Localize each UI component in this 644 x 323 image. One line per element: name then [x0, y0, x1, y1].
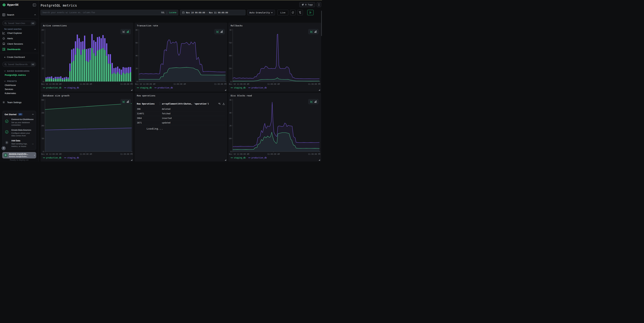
user-menu[interactable]: D dominic.tran@clic... dominic.tran@clic… — [2, 152, 36, 158]
play-icon — [309, 11, 312, 14]
line-chart-toggle-icon[interactable] — [216, 30, 219, 33]
bar-chart-toggle-icon[interactable] — [314, 30, 316, 33]
filter-button[interactable] — [297, 10, 303, 15]
svg-text:11:00:00 AM: 11:00:00 AM — [268, 153, 280, 155]
get-started-step-sources[interactable]: Create Data Sources Configure where your… — [4, 129, 34, 137]
download-icon[interactable] — [222, 102, 225, 105]
line-chart-toggle-icon[interactable] — [122, 100, 125, 103]
live-button[interactable]: Live — [277, 10, 288, 15]
hidden-card-text: Ready to deploy on — [10, 159, 28, 161]
sidebar-item-team-settings[interactable]: Team Settings — [2, 100, 36, 105]
line-chart-toggle-icon[interactable] — [310, 30, 313, 33]
sidebar-dashboard-postgresql-metrics[interactable]: PostgreSQL metrics — [2, 73, 36, 77]
legend-item[interactable]: production_db — [43, 156, 62, 159]
legend-item[interactable]: staging_db — [231, 86, 246, 89]
cell-count: 1871 — [137, 122, 162, 124]
date-range-picker[interactable]: Nov 10 00:00:00 - Nov 11 00:00:00 — [180, 10, 246, 15]
bar-chart-toggle-icon[interactable] — [220, 30, 223, 33]
legend-item[interactable]: staging_db — [231, 156, 246, 159]
line-chart-toggle-icon[interactable] — [310, 100, 313, 103]
tags-button[interactable]: 0 Tags — [299, 2, 315, 7]
svg-text:11:30:00 PM: 11:30:00 PM — [214, 83, 226, 85]
legend-item[interactable]: staging_db — [64, 156, 79, 159]
sidebar-item-label: Search — [7, 14, 32, 16]
saved-dashboards-group-header[interactable]: SAVED DASHBOARDS — [2, 69, 36, 73]
event-search-input[interactable] — [42, 11, 160, 14]
sidebar-item-client-sessions[interactable]: Client Sessions — [2, 41, 36, 46]
sidebar-preset-services[interactable]: Services — [2, 87, 36, 91]
mode-sql[interactable]: SQL — [161, 11, 165, 14]
legend-item[interactable]: production_db — [248, 86, 267, 89]
database-size-growth-plot[interactable]: 20B15B10B5B0Nov 10 12:00:00 AM11:00:00 A… — [41, 98, 133, 156]
sidebar-item-alerts[interactable]: Alerts — [2, 36, 36, 41]
presets-group-header[interactable]: PRESETS — [2, 79, 36, 83]
sidebar-item-search[interactable]: Search — [2, 13, 36, 18]
table-row[interactable]: 3064inserted — [137, 116, 225, 120]
panel-resize-handle[interactable] — [131, 160, 132, 161]
transaction-rate-plot[interactable]: 8K6K4K2K0Nov 10 12:00:00 AM11:00:00 AM11… — [135, 28, 226, 86]
svg-text:750: 750 — [229, 42, 232, 44]
event-search-box: SQL | Lucene — [40, 10, 178, 15]
svg-text:500: 500 — [229, 54, 232, 57]
get-started-step-connect[interactable]: Connect to ClickHouse Set up your databa… — [4, 118, 34, 126]
sidebar-preset-clickhouse[interactable]: ClickHouse — [2, 83, 36, 87]
get-started-progress-badge: 2/3 — [18, 113, 23, 116]
get-started-step-add-data[interactable]: 3 Add Data Start sending logs, metrics, … — [4, 140, 34, 148]
dashboard-menu-button[interactable] — [317, 2, 321, 7]
panel-resize-handle[interactable] — [225, 90, 226, 91]
legend-item[interactable]: staging_db — [137, 86, 152, 89]
search-page-icon — [2, 13, 5, 16]
rollbacks-plot[interactable]: 1K7505002500Nov 10 12:00:00 AM11:00:00 A… — [229, 28, 320, 86]
legend-item[interactable]: production_db — [154, 86, 173, 89]
table-row[interactable]: 308deleted — [137, 107, 225, 112]
bar-chart-toggle-icon[interactable] — [127, 30, 129, 33]
scrollbar-thumb[interactable] — [321, 11, 322, 36]
panel-resize-handle[interactable] — [131, 90, 132, 91]
table-header-row: Row OperationsarrayElement(Attributes, '… — [137, 102, 225, 105]
column-resize-handle[interactable] — [160, 102, 160, 105]
bar-chart-toggle-icon[interactable] — [314, 100, 316, 103]
legend-item[interactable]: staging_db — [64, 86, 79, 89]
sidebar-item-dashboards[interactable]: Dashboards — [2, 46, 36, 52]
disc-blocks-read-plot[interactable]: 2.4K1.8K1.2K6000Nov 10 12:00:00 AM11:00:… — [229, 98, 320, 156]
granularity-select[interactable]: Auto Granularity — [247, 10, 275, 15]
saved-dashboards-input[interactable] — [8, 63, 30, 66]
create-dashboard-button[interactable]: + Create Dashboard — [2, 54, 36, 60]
saved-searches-search[interactable]: ⌘K — [2, 21, 36, 26]
filter-icon — [299, 11, 301, 14]
sidebar-preset-kubernetes[interactable]: Kubernetes — [2, 91, 36, 95]
chart-type-toggle — [120, 99, 131, 104]
svg-text:11:00:00 AM: 11:00:00 AM — [80, 83, 92, 85]
run-query-button[interactable] — [307, 10, 314, 15]
saved-searches-input[interactable] — [8, 22, 30, 24]
panel-resize-handle[interactable] — [225, 160, 226, 161]
legend-item[interactable]: production_db — [43, 86, 62, 89]
svg-text:Nov 10 12:00:00 AM: Nov 10 12:00:00 AM — [135, 83, 156, 85]
panel-resize-handle[interactable] — [319, 90, 320, 91]
sort-lines-icon[interactable] — [218, 102, 221, 105]
bar-chart-toggle-icon[interactable] — [127, 100, 129, 103]
sidebar: HyperDX Search ⌘K No saved searches Char… — [0, 0, 38, 162]
legend-dash — [137, 88, 139, 88]
collapse-sidebar-icon[interactable] — [33, 4, 36, 6]
line-chart-toggle-icon[interactable] — [122, 30, 125, 33]
legend-dash — [154, 88, 156, 88]
sidebar-item-chart-explorer[interactable]: Chart Explorer — [2, 30, 36, 36]
step-subtitle: Configure where your data comes from — [11, 132, 34, 137]
legend-item[interactable]: production_db — [248, 156, 267, 159]
chevron-up-icon[interactable] — [32, 114, 34, 115]
help-button[interactable]: ? — [2, 146, 6, 150]
active-connections-legend: production_dbstaging_db — [43, 86, 79, 89]
table-column-header: Row Operations — [137, 102, 160, 105]
mode-lucene[interactable]: Lucene — [169, 11, 176, 14]
panel-resize-handle[interactable] — [319, 160, 320, 161]
table-row[interactable]: 1871updated — [137, 120, 225, 125]
svg-text:1.2K: 1.2K — [229, 125, 232, 127]
refresh-button[interactable] — [290, 10, 296, 15]
gear-icon — [2, 101, 5, 104]
active-connections-plot[interactable]: 1007550250Nov 10 12:00:00 AM11:00:00 AM1… — [41, 28, 133, 86]
cell-operation: updated — [162, 122, 170, 124]
table-row[interactable]: 314071fetched — [137, 112, 225, 116]
saved-dashboards-search[interactable]: ⌘K — [2, 62, 36, 67]
svg-text:1.8K: 1.8K — [229, 112, 232, 114]
